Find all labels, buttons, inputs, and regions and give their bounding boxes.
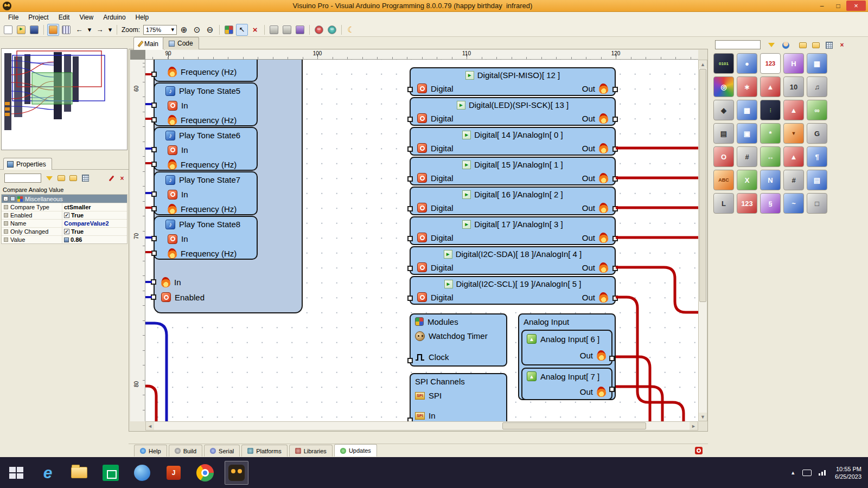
grid-view-icon[interactable] (80, 174, 90, 183)
component-digital-pin-17[interactable]: ►Digital[ 17 ]/AnalogIn[ 3 ] DigitalOut (410, 216, 616, 245)
paste-button[interactable] (281, 24, 293, 36)
taskbar-ie[interactable]: e (36, 461, 60, 485)
component-analog-input[interactable]: Analog Input ▲Analog Input[ 6 ] Out ▲Ana… (518, 313, 616, 400)
palette-icon-timer[interactable]: 10 (783, 76, 804, 97)
collapse-icon[interactable]: - (3, 196, 8, 201)
component-digital-pin-14[interactable]: ►Digital[ 14 ]/AnalogIn[ 0 ] DigitalOut (410, 127, 616, 156)
property-row[interactable]: Name CompareValue2 (2, 219, 127, 227)
pin-out[interactable] (612, 117, 618, 122)
network-icon[interactable] (819, 470, 826, 476)
close-palette-icon[interactable]: × (837, 40, 847, 50)
new-project-button[interactable] (2, 24, 14, 36)
taskbar-chrome[interactable] (193, 461, 217, 485)
horizontal-scrollbar[interactable]: ◄ ► (145, 421, 698, 431)
palette-icon-text[interactable]: ABC (713, 170, 734, 190)
palette-icon-h-bridge[interactable]: H (783, 53, 804, 74)
taskbar-store[interactable] (99, 461, 123, 485)
vertical-scrollbar[interactable]: ▲ ▼ (698, 60, 707, 421)
palette-icon-motor[interactable]: G (807, 123, 827, 144)
taskbar-java[interactable]: J (162, 461, 186, 485)
scroll-right-icon[interactable]: ► (690, 422, 698, 430)
property-row[interactable]: Only Changed ✓True (2, 227, 127, 235)
component-digital-pin-13[interactable]: ►Digital(LED)(SPI-SCK)[ 13 ] DigitalOut (410, 97, 616, 126)
pin-frequency[interactable] (151, 162, 157, 167)
palette-icon-bar-chart[interactable]: ▲ (783, 100, 804, 120)
tab-main[interactable]: Main (133, 37, 164, 50)
component-digital-pin-19[interactable]: ►Digital(I2C-SCL)[ 19 ]/AnalogIn[ 5 ] Di… (410, 276, 616, 305)
scroll-up-icon[interactable]: ▲ (699, 60, 707, 68)
scroll-left-icon[interactable]: ◄ (146, 422, 154, 430)
filter-icon[interactable] (44, 174, 54, 183)
palette-icon-section[interactable]: § (760, 193, 781, 214)
pin-frequency[interactable] (151, 117, 157, 123)
pin-out[interactable] (609, 356, 615, 361)
pin-out[interactable] (612, 266, 618, 271)
vertical-scroll-thumb[interactable] (699, 69, 706, 302)
container-pin-enabled[interactable]: Enabled (154, 290, 303, 305)
component-digital-pin-15[interactable]: ►Digital[ 15 ]/AnalogIn[ 1 ] DigitalOut (410, 157, 616, 185)
filter-components-icon[interactable] (766, 40, 777, 50)
container-pin-in[interactable]: In (154, 274, 303, 290)
stop-button[interactable] (695, 447, 703, 454)
zoom-in-button[interactable]: ⊕ (178, 24, 190, 36)
pin-in[interactable] (151, 147, 157, 152)
pin-out[interactable] (612, 146, 618, 152)
palette-icon-database[interactable]: ▤ (713, 123, 734, 144)
pin-digital-in[interactable] (407, 87, 413, 92)
menu-file[interactable]: File (3, 12, 23, 22)
undo-button[interactable]: ← (73, 24, 85, 36)
property-row[interactable]: Value 0.86 (2, 235, 127, 243)
component-play-tone-state7[interactable]: ♪Play Tone State7 In Frequency (Hz) (154, 171, 258, 215)
component-modules[interactable]: Modules Watchdog Timer Clock (410, 313, 507, 367)
menu-arduino[interactable]: Arduino (98, 12, 130, 22)
palette-icon-down-chart[interactable]: ▼ (783, 123, 804, 144)
export-button[interactable] (294, 24, 306, 36)
palette-icon-chart[interactable]: ▲ (760, 76, 781, 97)
component-digital-pin-16[interactable]: ►Digital[ 16 ]/AnalogIn[ 2 ] DigitalOut (410, 187, 616, 215)
checkbox-checked-icon[interactable]: ✓ (64, 213, 69, 218)
design-canvas[interactable]: Frequency (Hz) ♪Play Tone State5 In Freq… (145, 60, 698, 421)
palette-icon-heatmap[interactable]: ▲ (783, 146, 804, 167)
expand-all-icon[interactable] (810, 40, 821, 50)
component-play-tone-state6[interactable]: ♪Play Tone State6 In Frequency (Hz) (154, 127, 258, 171)
tab-properties[interactable]: Properties (3, 158, 52, 170)
property-value[interactable]: True (71, 212, 84, 219)
redo-dropdown[interactable]: ▾ (107, 24, 113, 36)
component-spi-channels[interactable]: SPI Channels SPISPI SPIIn (410, 373, 507, 421)
palette-icon-document[interactable]: ¶ (807, 146, 827, 167)
undo-dropdown[interactable]: ▾ (86, 24, 93, 36)
open-project-button[interactable]: ► (15, 24, 27, 36)
close-button[interactable]: × (846, 1, 866, 11)
palette-icon-curve[interactable]: ~ (783, 193, 804, 214)
redo-button[interactable]: → (94, 24, 106, 36)
tab-code[interactable]: Code (163, 37, 199, 49)
touch-keyboard-icon[interactable] (802, 470, 812, 476)
menu-view[interactable]: View (74, 12, 98, 22)
pin-digital-in[interactable] (407, 117, 413, 122)
checkbox-checked-icon[interactable]: ✓ (64, 229, 69, 234)
menu-edit[interactable]: Edit (54, 12, 75, 22)
horizontal-scroll-thumb[interactable] (502, 422, 646, 429)
tab-serial[interactable]: Serial (204, 445, 240, 457)
menu-project[interactable]: Project (23, 12, 53, 22)
property-filter-input[interactable] (4, 174, 41, 183)
palette-icon-counter[interactable]: 123 (737, 193, 757, 214)
program-overview-thumbnail[interactable] (1, 48, 127, 150)
tab-updates[interactable]: Updates (334, 444, 377, 457)
pin-digital-in[interactable] (407, 266, 413, 271)
palette-icon-keypad[interactable]: # (737, 146, 757, 167)
palette-icon-3d[interactable]: ∞ (807, 100, 827, 120)
clear-filter-icon[interactable]: × (117, 174, 127, 183)
palette-icon-compass[interactable]: N (760, 170, 781, 190)
toggle-grid-button[interactable] (60, 24, 72, 36)
zoom-reset-button[interactable]: ⊙ (191, 24, 203, 36)
pin-out[interactable] (612, 176, 618, 182)
palette-icon-shape[interactable]: ◆ (713, 100, 734, 120)
component-play-tone-partial[interactable]: Frequency (Hz) (154, 60, 258, 82)
palette-icon-blank[interactable]: □ (807, 193, 827, 214)
toggle-properties-button[interactable] (47, 24, 59, 36)
compile-button[interactable]: ∞ (313, 24, 325, 36)
pin-in[interactable] (151, 236, 157, 241)
pin-in[interactable] (151, 279, 156, 285)
tab-libraries[interactable]: Libraries (289, 445, 333, 457)
